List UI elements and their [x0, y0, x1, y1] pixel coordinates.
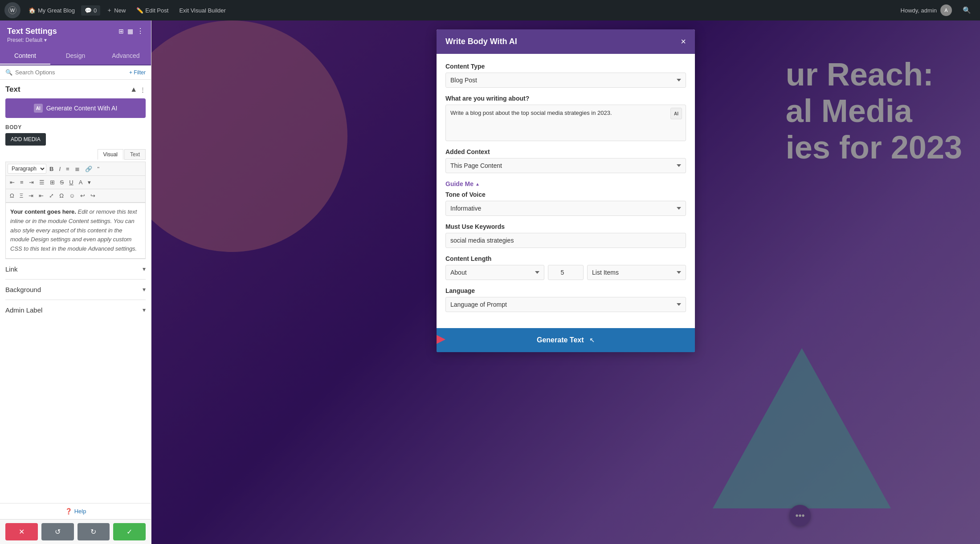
- generate-text-button[interactable]: Generate Text ↖: [437, 328, 695, 352]
- plus-icon: ＋: [106, 6, 112, 14]
- fullscreen-button[interactable]: ⤢: [47, 191, 56, 200]
- visual-tab[interactable]: Visual: [98, 149, 123, 160]
- tab-advanced[interactable]: Advanced: [101, 48, 151, 65]
- ai-modal: Write Body With AI × Content Type Blog P…: [437, 29, 695, 352]
- writing-about-textarea[interactable]: Write a blog post about the top social m…: [446, 105, 670, 141]
- ul-button[interactable]: ≡: [64, 164, 72, 174]
- paragraph-select[interactable]: Paragraph: [8, 164, 46, 174]
- link-button[interactable]: 🔗: [83, 164, 94, 174]
- admin-label-section-header[interactable]: Admin Label ▾: [5, 305, 146, 315]
- guide-me-button[interactable]: Guide Me ▲: [445, 180, 480, 187]
- undo-button[interactable]: ↺: [41, 523, 74, 540]
- undo-editor-button[interactable]: ↩: [78, 191, 87, 200]
- chevron-down-icon: ▾: [44, 37, 47, 43]
- background-section-header[interactable]: Background ▾: [5, 285, 146, 294]
- tone-of-voice-select[interactable]: Informative: [445, 201, 686, 216]
- more-button[interactable]: ▾: [86, 178, 93, 187]
- text-section-header: Text ▲ ⋮: [5, 85, 146, 94]
- columns-icon[interactable]: ▦: [127, 28, 133, 35]
- site-name-bar-item[interactable]: 🏠 My Great Blog: [24, 4, 79, 16]
- modal-body: Content Type Blog Post What are you writ…: [437, 54, 695, 328]
- writing-about-input-wrapper: Write a blog post about the top social m…: [445, 105, 686, 141]
- modal-footer: Generate Text ↖: [437, 328, 695, 352]
- tab-content[interactable]: Content: [0, 48, 50, 65]
- keywords-input[interactable]: [445, 233, 686, 248]
- content-length-row: About List Items: [445, 265, 686, 280]
- editor-toolbar-2: ⇤ ≡ ⇥ ☰ ⊞ S U A ▾: [5, 175, 146, 189]
- justify-button[interactable]: ☰: [37, 178, 47, 187]
- admin-label-title: Admin Label: [5, 306, 42, 314]
- table-button[interactable]: ⊞: [48, 178, 57, 187]
- section-options-icon[interactable]: ⋮: [140, 86, 146, 93]
- link-section: Link ▾: [5, 259, 146, 279]
- redo-editor-button[interactable]: ↪: [88, 191, 98, 200]
- chevron-up-icon[interactable]: ▲: [130, 85, 137, 93]
- sidebar-preset: Preset: Default ▾: [7, 37, 57, 43]
- link-chevron-icon: ▾: [143, 265, 146, 272]
- align-right-button[interactable]: ⇥: [27, 178, 36, 187]
- save-button[interactable]: ✓: [113, 523, 146, 540]
- admin-label-chevron-icon: ▾: [143, 306, 146, 313]
- bold-button[interactable]: B: [47, 164, 56, 174]
- char-button[interactable]: Ω: [57, 191, 66, 200]
- comments-bar-item[interactable]: 💬 0: [81, 5, 100, 16]
- special-1-button[interactable]: Ω: [8, 191, 16, 200]
- underline-button[interactable]: U: [67, 178, 75, 187]
- new-bar-item[interactable]: ＋ New: [102, 4, 130, 17]
- color-button[interactable]: A: [77, 178, 85, 187]
- body-label: Body: [5, 124, 146, 130]
- keywords-group: Must Use Keywords: [445, 223, 686, 248]
- grid-icon[interactable]: ⊞: [118, 28, 124, 35]
- text-tab[interactable]: Text: [124, 149, 146, 160]
- tab-design[interactable]: Design: [50, 48, 101, 65]
- add-media-button[interactable]: ADD MEDIA: [5, 133, 46, 146]
- special-2-button[interactable]: Ξ: [17, 191, 25, 200]
- emoji-button[interactable]: ☺: [67, 191, 77, 200]
- content-length-about-select[interactable]: About: [445, 265, 544, 280]
- editor-tabs: Visual Text: [98, 149, 146, 160]
- content-length-group: Content Length About List Items: [445, 255, 686, 280]
- search-input[interactable]: [15, 69, 127, 76]
- align-left-button[interactable]: ⇤: [8, 178, 17, 187]
- more-options-icon[interactable]: ⋮: [137, 27, 144, 35]
- site-icon: 🏠: [29, 7, 36, 14]
- ai-assist-badge[interactable]: AI: [670, 108, 682, 119]
- modal-close-button[interactable]: ×: [681, 37, 686, 47]
- help-button[interactable]: ❓ Help: [4, 508, 147, 515]
- guide-me-arrow-icon: ▲: [475, 182, 480, 187]
- content-type-group: Content Type Blog Post: [445, 63, 686, 88]
- content-length-unit-select[interactable]: List Items: [587, 265, 686, 280]
- editor-body[interactable]: Your content goes here. Edit or remove t…: [5, 203, 146, 259]
- edit-post-bar-item[interactable]: ✏️ Edit Post: [132, 4, 173, 16]
- strikethrough-button[interactable]: S: [58, 178, 66, 187]
- link-section-header[interactable]: Link ▾: [5, 264, 146, 274]
- keywords-label: Must Use Keywords: [445, 223, 686, 230]
- filter-button[interactable]: + Filter: [129, 69, 146, 76]
- content-type-label: Content Type: [445, 63, 686, 70]
- cancel-button[interactable]: ✕: [5, 523, 38, 540]
- added-context-group: Added Context This Page Content: [445, 148, 686, 173]
- admin-bar: W 🏠 My Great Blog 💬 0 ＋ New ✏️ Edit Post…: [0, 0, 980, 20]
- admin-label-section: Admin Label ▾: [5, 300, 146, 320]
- outdent-button[interactable]: ⇤: [37, 191, 46, 200]
- svg-text:W: W: [10, 8, 15, 13]
- align-center-button[interactable]: ≡: [18, 178, 26, 187]
- added-context-select[interactable]: This Page Content: [445, 158, 686, 173]
- bottom-action-bar: ✕ ↺ ↻ ✓: [0, 519, 151, 544]
- generate-content-button[interactable]: AI Generate Content With AI: [5, 98, 146, 118]
- sidebar-header: Text Settings Preset: Default ▾ ⊞ ▦ ⋮: [0, 20, 151, 48]
- content-length-number-input[interactable]: [548, 265, 584, 280]
- content-type-select[interactable]: Blog Post: [445, 73, 686, 88]
- language-select[interactable]: Language of Prompt: [445, 297, 686, 312]
- language-label: Language: [445, 287, 686, 294]
- search-bar-icon[interactable]: 🔍: [958, 4, 976, 17]
- sidebar-title: Text Settings: [7, 27, 57, 36]
- wp-logo-icon[interactable]: W: [4, 2, 20, 18]
- exit-builder-bar-item[interactable]: Exit Visual Builder: [175, 4, 230, 16]
- modal-header: Write Body With AI ×: [437, 29, 695, 54]
- ol-button[interactable]: ≣: [73, 164, 82, 174]
- blockquote-button[interactable]: ": [95, 164, 102, 174]
- italic-button[interactable]: I: [57, 164, 63, 174]
- indent-button[interactable]: ⇥: [26, 191, 36, 200]
- redo-button[interactable]: ↻: [78, 523, 110, 540]
